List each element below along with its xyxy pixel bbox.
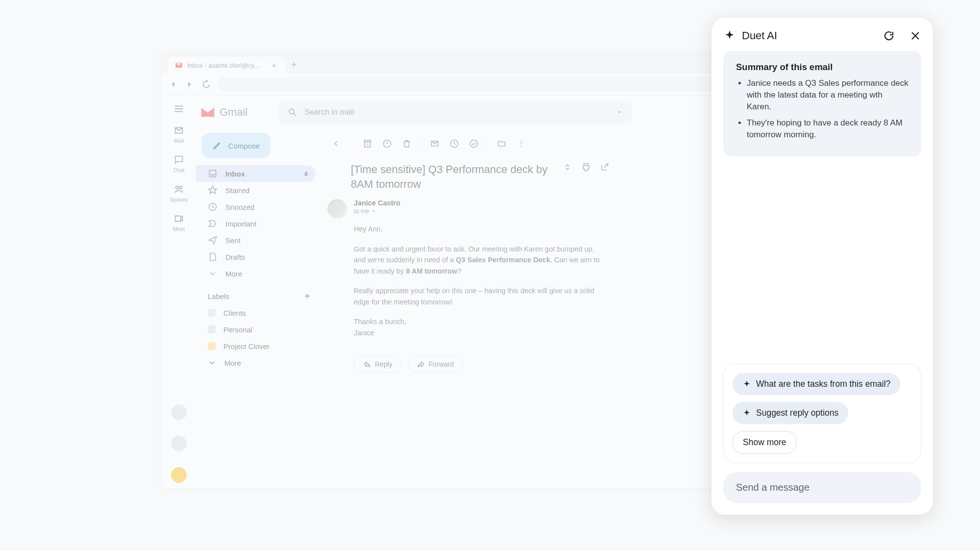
- compose-button[interactable]: Compose: [202, 133, 270, 158]
- chevron-down-icon: [371, 208, 377, 214]
- nav-important[interactable]: Important: [196, 215, 316, 232]
- search-options-icon[interactable]: [616, 109, 623, 116]
- spark-icon: [723, 29, 736, 42]
- summary-title: Summary of this email: [736, 62, 908, 73]
- gmail-favicon-icon: [174, 61, 183, 70]
- rail-mail[interactable]: Mail: [173, 125, 184, 144]
- forward-button[interactable]: Forward: [408, 356, 463, 373]
- label-more[interactable]: More: [196, 354, 321, 371]
- close-tab-icon[interactable]: ×: [270, 61, 278, 70]
- suggestion-chip-tasks[interactable]: What are the tasks from this email?: [733, 373, 900, 395]
- tab-title: Inbox - asante.ofori@cymbal: [187, 62, 266, 69]
- rail-avatar-1[interactable]: [171, 404, 187, 420]
- message-body: Hey Ann, Got a quick and urgent favor to…: [327, 224, 602, 338]
- gmail-logo[interactable]: Gmail: [200, 106, 247, 119]
- to-line[interactable]: to me: [354, 208, 705, 215]
- back-to-inbox-icon[interactable]: [327, 135, 345, 152]
- reload-icon[interactable]: [201, 79, 212, 90]
- spam-icon[interactable]: [378, 135, 396, 152]
- spark-icon: [742, 409, 751, 418]
- back-icon[interactable]: [168, 79, 178, 90]
- label-personal[interactable]: Personal: [196, 321, 321, 338]
- sidebar: Compose Inbox 4 Starred: [196, 129, 321, 488]
- reply-button[interactable]: Reply: [354, 356, 402, 373]
- sent-icon: [208, 235, 218, 245]
- summary-list: Janice needs a Q3 Sales performance deck…: [736, 77, 908, 141]
- close-icon[interactable]: [909, 30, 921, 42]
- forward-icon[interactable]: [184, 79, 195, 90]
- gmail-logo-text: Gmail: [220, 106, 247, 119]
- nav-sent[interactable]: Sent: [196, 232, 316, 249]
- expand-icon[interactable]: [563, 162, 572, 174]
- label-color-icon: [208, 326, 216, 333]
- forward-icon: [417, 360, 425, 368]
- label-project-clover[interactable]: Project Clover: [196, 338, 321, 354]
- nav-more[interactable]: More: [196, 265, 316, 282]
- chevron-down-icon: [208, 269, 218, 278]
- chevron-down-icon: [208, 358, 217, 367]
- chat-icon: [173, 154, 184, 165]
- svg-point-0: [176, 186, 179, 189]
- gmail-logo-icon: [200, 106, 216, 118]
- rail-chat[interactable]: Chat: [173, 154, 184, 173]
- svg-point-2: [290, 109, 294, 114]
- browser-tab[interactable]: Inbox - asante.ofori@cymbal ×: [168, 57, 285, 74]
- inbox-count: 4: [304, 170, 308, 177]
- url-input[interactable]: [218, 77, 793, 92]
- spaces-icon: [173, 184, 184, 195]
- browser-window: Inbox - asante.ofori@cymbal × + Mail Cha…: [162, 51, 799, 488]
- sender-avatar[interactable]: [327, 199, 347, 219]
- archive-icon[interactable]: [359, 135, 376, 152]
- show-more-button[interactable]: Show more: [733, 431, 797, 454]
- snooze-icon[interactable]: [445, 135, 463, 152]
- add-task-icon[interactable]: [465, 135, 483, 152]
- svg-point-6: [470, 140, 478, 148]
- mark-unread-icon[interactable]: [426, 135, 443, 152]
- labels-title: Labels: [208, 292, 229, 301]
- reply-icon: [363, 360, 371, 368]
- url-bar: [162, 74, 799, 96]
- nav-label: Inbox: [225, 170, 245, 178]
- nav-starred[interactable]: Starred: [196, 182, 316, 199]
- move-to-icon[interactable]: [493, 135, 511, 152]
- add-label-icon[interactable]: [303, 292, 312, 301]
- rail-label: Mail: [174, 138, 184, 144]
- body-p2: Really appreciate your help on this one …: [354, 285, 602, 307]
- spark-icon: [742, 380, 751, 389]
- print-icon[interactable]: [581, 162, 591, 174]
- rail-label: Meet: [173, 226, 185, 232]
- star-icon: [208, 185, 218, 195]
- svg-point-7: [521, 141, 522, 142]
- nav-list: Inbox 4 Starred Snoozed: [196, 165, 321, 282]
- delete-icon[interactable]: [398, 135, 416, 152]
- refresh-icon[interactable]: [883, 30, 895, 42]
- rail-spaces[interactable]: Spaces: [170, 184, 188, 202]
- more-icon[interactable]: [513, 135, 530, 152]
- label-text: Personal: [223, 326, 252, 334]
- new-tab-button[interactable]: +: [285, 56, 303, 74]
- meet-icon: [173, 213, 184, 224]
- label-text: More: [224, 359, 241, 367]
- search-input[interactable]: Search in mail: [279, 100, 632, 124]
- rail-avatar-2[interactable]: [171, 436, 187, 451]
- nav-snoozed[interactable]: Snoozed: [196, 199, 316, 215]
- nav-inbox[interactable]: Inbox 4: [196, 165, 316, 182]
- rail-avatar-3[interactable]: [171, 467, 187, 483]
- label-clients[interactable]: Clients: [196, 304, 321, 321]
- tab-bar: Inbox - asante.ofori@cymbal × +: [162, 51, 799, 74]
- nav-drafts[interactable]: Drafts: [196, 249, 316, 265]
- popout-icon[interactable]: [600, 162, 610, 174]
- input-placeholder: Send a message: [736, 482, 809, 493]
- nav-label: Starred: [225, 186, 249, 195]
- rail-label: Spaces: [170, 197, 188, 202]
- inbox-icon: [208, 169, 218, 178]
- message-input[interactable]: Send a message: [723, 472, 921, 503]
- duet-header: Duet AI: [723, 29, 921, 51]
- suggestion-chip-reply[interactable]: Suggest reply options: [733, 402, 848, 424]
- body-p1: Got a quick and urgent favor to ask. Our…: [354, 244, 602, 276]
- menu-icon[interactable]: [173, 103, 184, 114]
- suggestion-area: What are the tasks from this email? Sugg…: [723, 364, 921, 463]
- rail-meet[interactable]: Meet: [173, 213, 185, 232]
- search-placeholder: Search in mail: [304, 108, 354, 117]
- mail-icon: [173, 125, 184, 136]
